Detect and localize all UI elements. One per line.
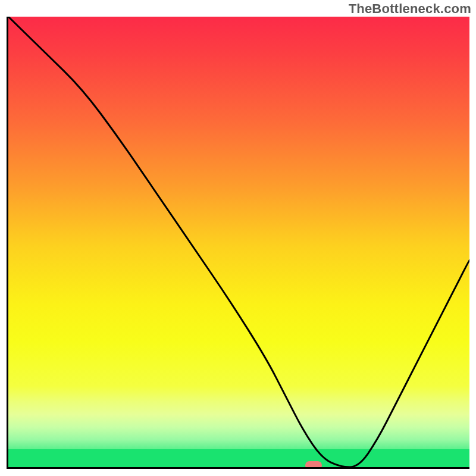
bottleneck-curve [8, 17, 469, 467]
optimum-marker [305, 461, 322, 469]
plot-area [7, 17, 469, 469]
chart-container: TheBottleneck.com [0, 0, 476, 476]
watermark-text: TheBottleneck.com [349, 1, 471, 17]
curve-path [8, 17, 469, 467]
